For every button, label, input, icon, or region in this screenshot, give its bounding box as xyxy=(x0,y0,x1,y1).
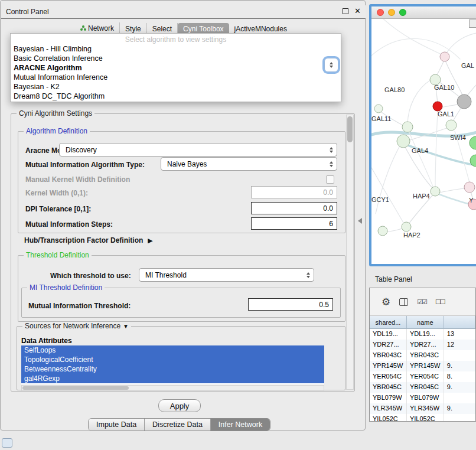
network-window-titlebar xyxy=(371,6,476,19)
float-panel-icon[interactable] xyxy=(343,8,348,14)
column-header-name[interactable]: name xyxy=(407,316,444,329)
network-node xyxy=(446,120,457,131)
hub-definition-label: Hub/Transcription Factor Definition xyxy=(24,236,143,244)
table-row[interactable]: YBR043CYBR043C xyxy=(370,350,475,361)
network-node xyxy=(402,122,413,132)
table-cell: YBR043C xyxy=(370,350,407,361)
table-cell: 12 xyxy=(444,340,475,350)
select-all-columns-icon[interactable]: ☑☑ xyxy=(417,298,426,306)
table-toolbar: ⚙ ☑☑ ☐☐ xyxy=(370,288,475,316)
table-cell: 8. xyxy=(444,371,475,382)
dropdown-option[interactable]: Bayesian - K2 xyxy=(11,82,341,92)
attribute-list-item[interactable]: TopologicalCoefficient xyxy=(21,355,324,364)
data-attributes-list[interactable]: SelfLoopsTopologicalCoefficientBetweenne… xyxy=(21,345,324,384)
which-threshold-combo[interactable]: MI Threshold xyxy=(139,268,314,282)
dropdown-option[interactable]: Mutual Information Inference xyxy=(11,73,341,82)
column-header-clipped[interactable] xyxy=(444,316,475,329)
sources-title-label: Sources for Network Inference xyxy=(25,322,120,330)
network-node-label: GAL4 xyxy=(412,147,428,154)
zoom-window-icon[interactable] xyxy=(399,9,406,16)
attributes-horizontal-scrollbar[interactable] xyxy=(21,385,324,391)
cyni-settings-group-title: Cyni Algorithm Settings xyxy=(17,109,94,118)
attribute-list-item[interactable]: BetweennessCentrality xyxy=(21,364,324,374)
algorithm-dropdown-list: Bayesian - Hill ClimbingBasic Correlatio… xyxy=(11,44,341,101)
dpi-tolerance-field[interactable]: 0.0 xyxy=(251,202,337,214)
table-cell: YDL19... xyxy=(407,329,444,340)
table-cell: 9. xyxy=(444,361,475,371)
table-cell: YBL079W xyxy=(370,393,407,403)
algorithm-combo-focus-button[interactable] xyxy=(324,58,338,72)
dropdown-option[interactable]: Dream8 DC_TDC Algorithm xyxy=(11,92,341,101)
network-node xyxy=(433,102,442,111)
network-node-label: GAL11 xyxy=(371,115,391,122)
gear-icon[interactable]: ⚙ xyxy=(382,297,390,307)
panel-divider-collapse-icon[interactable] xyxy=(358,218,362,224)
manual-kernel-label: Manual Kernel Width Definition xyxy=(25,175,130,184)
table-row[interactable]: YLR345WYLR345W9. xyxy=(370,403,475,414)
network-edge xyxy=(441,104,460,107)
sources-group-title[interactable]: Sources for Network Inference▼ xyxy=(22,322,131,330)
columns-icon[interactable] xyxy=(399,298,408,306)
table-cell: YBR045C xyxy=(370,382,407,393)
minimized-panel-icon[interactable] xyxy=(2,438,12,448)
network-view-window: GALGAL80GAL10GAL11GAL1SWI4GAL4GCY1HAP4HA… xyxy=(369,4,476,266)
network-edge xyxy=(439,188,465,193)
mi-type-combo[interactable]: Naive Bayes xyxy=(161,157,337,171)
table-cell: YPR145W xyxy=(407,361,444,371)
deselect-all-columns-icon[interactable]: ☐☐ xyxy=(435,298,445,306)
minimize-window-icon[interactable] xyxy=(388,9,395,16)
attribute-list-item[interactable]: SelfLoops xyxy=(21,345,324,355)
settings-vertical-scrollbar[interactable] xyxy=(346,115,354,390)
tab-discretize-data[interactable]: Discretize Data xyxy=(144,419,210,431)
close-panel-icon[interactable]: ✕ xyxy=(354,8,361,15)
scrollbar-thumb[interactable] xyxy=(347,116,353,142)
combo-arrows-icon xyxy=(330,62,333,64)
scrollbar-thumb[interactable] xyxy=(22,386,129,390)
close-window-icon[interactable] xyxy=(377,9,384,16)
algorithm-definition-title: Algorithm Definition xyxy=(24,127,90,135)
threshold-definition-title: Threshold Definition xyxy=(24,251,92,259)
column-header-shared-name[interactable]: shared... xyxy=(370,316,407,329)
tab-impute-data[interactable]: Impute Data xyxy=(89,419,144,431)
which-threshold-label: Which threshold to use: xyxy=(50,272,131,280)
manual-kernel-checkbox[interactable] xyxy=(326,175,334,184)
table-row[interactable]: YDR27...YDR27...12 xyxy=(370,340,475,350)
table-row[interactable]: YIL052CYIL052C xyxy=(370,414,475,422)
mi-steps-field[interactable]: 6 xyxy=(251,217,337,230)
dropdown-option[interactable]: ARACNE Algorithm xyxy=(11,63,341,73)
combo-arrows-icon xyxy=(330,66,333,68)
table-row[interactable]: YDL19...YDL19...13 xyxy=(370,329,475,340)
table-panel-title: Table Panel xyxy=(375,275,412,283)
table-row[interactable]: YBL079WYBL079W xyxy=(370,393,475,403)
birdseye-toggle-button[interactable] xyxy=(469,19,476,28)
dpi-tolerance-label: DPI Tolerance [0,1]: xyxy=(25,205,91,213)
table-row[interactable]: YBR045CYBR045C9. xyxy=(370,382,475,393)
tab-infer-network[interactable]: Infer Network xyxy=(210,419,270,431)
network-node xyxy=(457,94,471,109)
network-node xyxy=(397,135,410,148)
control-panel-title: Control Panel xyxy=(6,8,49,16)
kernel-width-field[interactable]: 0.0 xyxy=(251,186,337,198)
table-cell: 9. xyxy=(444,382,475,393)
dropdown-option[interactable]: Basic Correlation Inference xyxy=(11,54,341,63)
network-canvas-area[interactable]: GALGAL80GAL10GAL11GAL1SWI4GAL4GCY1HAP4HA… xyxy=(371,19,476,264)
network-node xyxy=(464,182,475,193)
table-row[interactable]: YPR145WYPR145W9. xyxy=(370,361,475,371)
table-cell: YDR27... xyxy=(370,340,407,350)
table-cell: 9. xyxy=(444,403,475,414)
table-cell: YLR345W xyxy=(370,403,407,414)
network-edge xyxy=(376,146,400,214)
mi-type-value: Naive Bayes xyxy=(167,160,207,168)
mi-threshold-field[interactable]: 0.5 xyxy=(248,298,333,311)
expand-right-icon: ▶ xyxy=(148,237,152,244)
table-cell: YER054C xyxy=(370,371,407,382)
hub-definition-expander[interactable]: Hub/Transcription Factor Definition▶ xyxy=(24,236,153,244)
table-row[interactable]: YER054CYER054C8. xyxy=(370,371,475,382)
attribute-list-item[interactable]: gal4RGexp xyxy=(21,374,324,383)
aracne-mode-combo[interactable]: Discovery xyxy=(59,143,337,156)
table-cell: YER054C xyxy=(407,371,444,382)
table-header-row: shared... name xyxy=(370,316,475,329)
apply-button[interactable]: Apply xyxy=(158,399,201,412)
combo-arrows-icon xyxy=(330,144,333,156)
dropdown-option[interactable]: Bayesian - Hill Climbing xyxy=(11,44,341,54)
